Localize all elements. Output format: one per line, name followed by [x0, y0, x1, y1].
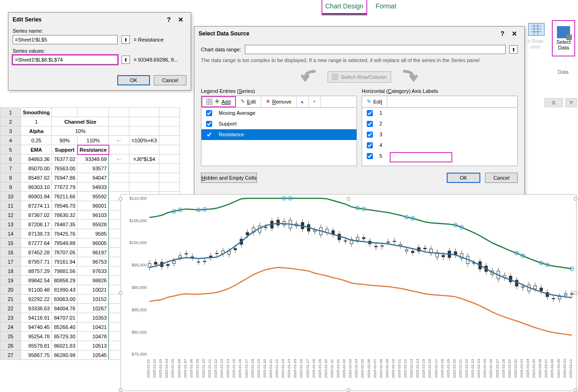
- cell[interactable]: 87277.64: [21, 238, 52, 248]
- chart-handle[interactable]: [119, 197, 122, 201]
- cell[interactable]: [159, 136, 179, 145]
- cell[interactable]: 93349.69: [78, 154, 109, 164]
- edit-axis-button[interactable]: ✎Edit: [362, 96, 387, 107]
- cell[interactable]: [129, 126, 159, 136]
- cell[interactable]: 94740.45: [21, 322, 52, 332]
- cell[interactable]: 96005: [78, 238, 109, 248]
- cell[interactable]: 77672.79: [52, 182, 78, 192]
- chart-area[interactable]: $75,000$80,000$85,000$90,000$95,000$100,…: [121, 194, 577, 391]
- cell[interactable]: [159, 182, 179, 192]
- switch-row-column-ribbon-icon[interactable]: [528, 22, 545, 36]
- range-picker-icon[interactable]: ⬆: [121, 56, 130, 64]
- chart-handle[interactable]: [574, 197, 578, 201]
- cell[interactable]: 81990.43: [52, 285, 78, 294]
- remove-series-button[interactable]: ✕Remove: [261, 96, 297, 107]
- cell[interactable]: Resistance: [78, 145, 109, 154]
- cell[interactable]: 10353: [78, 313, 109, 322]
- series-values-input[interactable]: [13, 55, 118, 64]
- help-icon[interactable]: ?: [498, 30, 507, 37]
- cell[interactable]: 84707.01: [52, 313, 78, 322]
- cancel-button[interactable]: Cancel: [485, 173, 518, 183]
- cell[interactable]: Support: [52, 145, 78, 154]
- cell[interactable]: 80858.29: [52, 276, 78, 285]
- series-checkbox[interactable]: [206, 110, 212, 116]
- cell[interactable]: 85497.62: [21, 173, 52, 182]
- cell[interactable]: 78211.66: [52, 192, 78, 201]
- cell[interactable]: 93338.63: [21, 304, 52, 313]
- cell[interactable]: 9585: [78, 229, 109, 238]
- move-up-button[interactable]: ▴: [297, 96, 309, 107]
- cell[interactable]: [109, 117, 129, 126]
- cell[interactable]: 10421: [78, 322, 109, 332]
- select-data-button[interactable]: Select Data: [553, 21, 574, 56]
- cell[interactable]: [109, 108, 129, 117]
- cell[interactable]: 78425.76: [52, 229, 78, 238]
- cell[interactable]: [129, 145, 159, 154]
- cell[interactable]: [159, 126, 179, 136]
- ok-button[interactable]: OK: [117, 75, 150, 85]
- cell[interactable]: 87139.73: [21, 229, 52, 238]
- category-checkbox[interactable]: [367, 110, 373, 116]
- category-checkbox[interactable]: [367, 132, 373, 138]
- cell[interactable]: [109, 164, 129, 173]
- series-item[interactable]: Support: [201, 119, 357, 129]
- cell[interactable]: 96001: [78, 201, 109, 210]
- help-icon[interactable]: ?: [164, 16, 174, 23]
- cell[interactable]: 95579.81: [21, 341, 52, 350]
- cell[interactable]: 76377.02: [52, 154, 78, 164]
- cell[interactable]: 93577: [78, 164, 109, 173]
- cell[interactable]: 96103: [78, 210, 109, 220]
- add-series-button[interactable]: ✚Add: [201, 96, 236, 107]
- cell[interactable]: 97633: [78, 266, 109, 276]
- cell[interactable]: [129, 182, 159, 192]
- cell[interactable]: 79881.56: [52, 266, 78, 276]
- category-checkbox[interactable]: [367, 121, 373, 127]
- cell[interactable]: [159, 145, 179, 154]
- cell[interactable]: 86280.98: [52, 350, 78, 360]
- cell[interactable]: 10152: [78, 294, 109, 304]
- tab-chart-design[interactable]: Chart Design: [322, 0, 366, 14]
- range-picker-icon[interactable]: ⬆: [121, 35, 130, 44]
- cell[interactable]: 85729.30: [52, 332, 78, 341]
- cell[interactable]: 94047: [78, 173, 109, 182]
- cell[interactable]: [109, 126, 129, 136]
- cell[interactable]: 95867.75: [21, 350, 52, 360]
- cancel-button[interactable]: Cancel: [154, 75, 186, 85]
- category-list[interactable]: 12345: [362, 108, 518, 166]
- category-checkbox[interactable]: [367, 153, 373, 159]
- cell[interactable]: 87208.17: [21, 220, 52, 229]
- cell[interactable]: 10478: [78, 332, 109, 341]
- chart-handle[interactable]: [574, 291, 578, 295]
- cell[interactable]: 95592: [78, 192, 109, 201]
- col-header-x[interactable]: X: [544, 98, 563, 107]
- cell[interactable]: 86901.84: [21, 192, 52, 201]
- chart-handle[interactable]: [119, 291, 122, 295]
- cell[interactable]: 94933: [78, 182, 109, 192]
- cell[interactable]: =J6*$L$4: [129, 154, 159, 164]
- cell[interactable]: 85070.00: [21, 164, 52, 173]
- category-item[interactable]: 1: [362, 108, 517, 119]
- cell[interactable]: 87274.11: [21, 201, 52, 210]
- range-picker-icon[interactable]: ⬆: [509, 45, 518, 54]
- cell[interactable]: 87367.02: [21, 210, 52, 220]
- cell[interactable]: 96753: [78, 257, 109, 266]
- tab-format[interactable]: Format: [373, 0, 399, 14]
- cell[interactable]: 89842.54: [21, 276, 52, 285]
- category-item[interactable]: 2: [362, 119, 517, 129]
- cell[interactable]: 95254.78: [21, 332, 52, 341]
- chart-handle[interactable]: [347, 197, 350, 201]
- series-item[interactable]: Resistance: [201, 129, 357, 140]
- cell[interactable]: [159, 173, 179, 182]
- cell[interactable]: ←: [109, 154, 129, 164]
- cell[interactable]: 92292.22: [21, 294, 52, 304]
- cell[interactable]: [159, 154, 179, 164]
- cell[interactable]: 96197: [78, 248, 109, 257]
- cell[interactable]: [159, 164, 179, 173]
- cell[interactable]: [129, 164, 159, 173]
- cell[interactable]: [109, 145, 129, 154]
- cell[interactable]: 10513: [78, 341, 109, 350]
- cell[interactable]: 78707.05: [52, 248, 78, 257]
- category-item[interactable]: 5: [362, 151, 517, 161]
- col-header-y[interactable]: Y: [565, 98, 577, 107]
- cell[interactable]: Channel Size: [52, 117, 109, 126]
